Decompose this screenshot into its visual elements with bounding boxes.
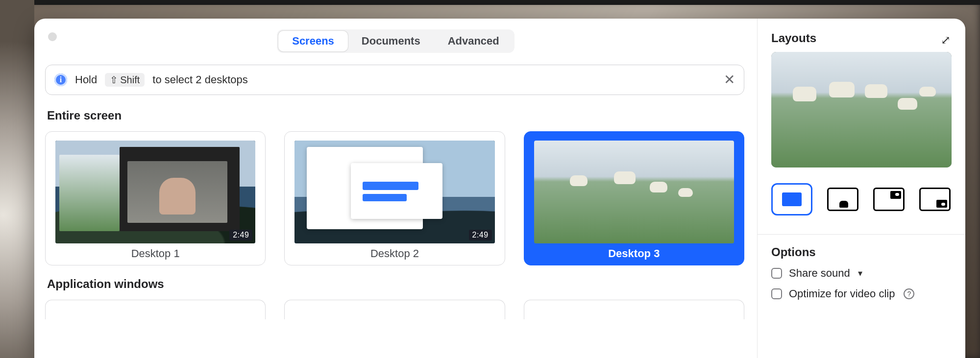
share-screen-dialog: Screens Documents Advanced i Hold ⇧ Shif… [34, 19, 965, 358]
checkbox-share-sound[interactable] [771, 268, 782, 279]
hint-prefix: Hold [75, 73, 97, 86]
app-window-card[interactable] [45, 300, 266, 319]
layout-option-pip-bottom-center[interactable] [827, 188, 858, 211]
shift-arrow-icon: ⇧ [110, 74, 118, 86]
tab-advanced[interactable]: Advanced [434, 31, 513, 51]
app-window-card[interactable] [284, 300, 505, 319]
layout-options-row [771, 183, 952, 215]
main-column: Screens Documents Advanced i Hold ⇧ Shif… [34, 19, 758, 358]
sidebar: ⤢ Layouts O [758, 19, 965, 358]
info-icon: i [54, 73, 67, 86]
desktop-card-3[interactable]: Desktop 3 [524, 131, 744, 265]
app-window-cards-row [34, 300, 757, 319]
options-heading: Options [771, 245, 952, 259]
section-entire-screen: Entire screen [47, 109, 757, 122]
option-share-sound[interactable]: Share sound ▾ [771, 267, 952, 280]
optimize-video-label: Optimize for video clip [789, 287, 895, 300]
layout-option-full[interactable] [771, 183, 812, 215]
window-control-dot[interactable] [48, 32, 57, 41]
desktop-cards-row: 2:49 Desktop 1 2:49 Desktop 2 [34, 131, 757, 277]
tab-screens[interactable]: Screens [278, 31, 348, 51]
share-sound-label: Share sound [789, 267, 850, 280]
layouts-heading: Layouts [771, 31, 952, 45]
desktop-card-2[interactable]: 2:49 Desktop 2 [284, 131, 505, 265]
desktop-thumb-2: 2:49 [294, 141, 494, 243]
desktop-label-1: Desktop 1 [131, 247, 180, 260]
tab-group: Screens Documents Advanced [277, 29, 514, 53]
background-left-strip [0, 0, 34, 358]
hint-banner: i Hold ⇧ Shift to select 2 desktops ✕ [45, 65, 744, 95]
help-icon[interactable]: ? [904, 288, 914, 299]
hint-close-icon[interactable]: ✕ [724, 73, 735, 87]
layout-preview [771, 52, 952, 167]
shift-key-label: Shift [120, 74, 140, 86]
section-app-windows: Application windows [47, 277, 757, 291]
desktop-label-3: Desktop 3 [608, 247, 660, 260]
checkbox-optimize-video[interactable] [771, 288, 782, 299]
layout-option-pip-top-right[interactable] [873, 188, 905, 211]
desktop-clock-1: 2:49 [229, 230, 252, 240]
expand-icon[interactable]: ⤢ [941, 33, 951, 47]
option-optimize-video[interactable]: Optimize for video clip ? [771, 287, 952, 300]
window-top-strip [0, 0, 980, 5]
tab-documents[interactable]: Documents [348, 31, 434, 51]
tabs: Screens Documents Advanced [34, 29, 757, 53]
desktop-thumb-1: 2:49 [55, 141, 255, 243]
desktop-clock-2: 2:49 [469, 230, 492, 240]
shift-key-hint: ⇧ Shift [105, 73, 145, 87]
desktop-card-1[interactable]: 2:49 Desktop 1 [45, 131, 266, 265]
chevron-down-icon[interactable]: ▾ [858, 268, 862, 279]
hint-suffix: to select 2 desktops [152, 73, 247, 86]
desktop-thumb-3 [534, 141, 734, 243]
desktop-label-2: Desktop 2 [370, 247, 419, 260]
layout-option-pip-bottom-right[interactable] [919, 188, 951, 211]
sidebar-divider [758, 234, 965, 235]
app-window-card[interactable] [524, 300, 744, 319]
